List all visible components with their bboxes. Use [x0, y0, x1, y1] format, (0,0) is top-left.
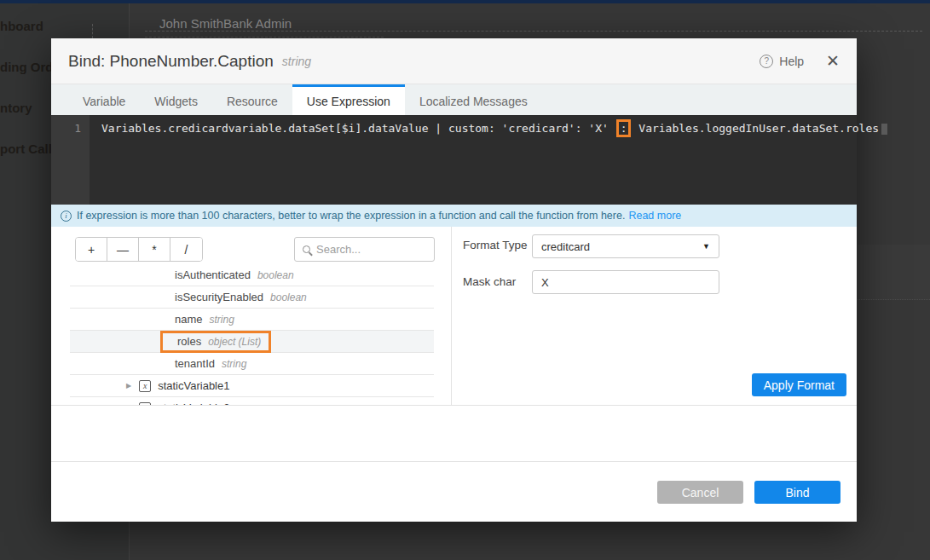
code-highlight-box: : [616, 119, 632, 137]
info-text: If expression is more than 100 character… [77, 210, 625, 222]
text-cursor [881, 124, 887, 135]
sidebar-item-dashboard: hboard [0, 19, 43, 33]
sidebar-item-inventory: ntory [0, 101, 32, 115]
operator-divide-button[interactable]: / [170, 238, 202, 261]
chevron-down-icon: ▼ [702, 242, 710, 251]
canvas-dashed-outline-2 [145, 37, 384, 38]
tree-row-type: boolean [270, 292, 307, 303]
operator-minus-button[interactable]: — [107, 238, 139, 261]
info-icon: i [61, 211, 72, 222]
tree-row-staticvariable1[interactable]: ▶xstaticVariable1 [70, 375, 434, 397]
expand-arrow-icon[interactable]: ▶ [126, 382, 131, 390]
variable-icon: x [139, 402, 151, 406]
tab-use-expression[interactable]: Use Expression [292, 84, 405, 115]
sidebar-item-support-calls: port Calls [0, 141, 59, 156]
tree-row-label: name [175, 313, 203, 326]
format-type-value: creditcard [541, 240, 590, 253]
tree-row-roles[interactable]: rolesobject (List) [70, 331, 434, 353]
tree-row-type: boolean [257, 269, 294, 281]
tree-row-label: isSecurityEnabled [175, 291, 263, 303]
operator-button-group: +—*/ [75, 237, 203, 262]
selected-node-orange-box: rolesobject (List) [160, 331, 271, 353]
dialog-tabs: VariableWidgetsResourceUse ExpressionLoc… [51, 84, 857, 115]
tree-row-label: staticVariable2 [158, 401, 229, 405]
tree-row-label: roles [177, 335, 201, 348]
tree-row-type: string [210, 314, 234, 326]
operator-multiply-button[interactable]: * [139, 238, 170, 261]
app-top-navbar [0, 0, 930, 3]
editor-gutter: 1 [51, 115, 90, 205]
tab-widgets[interactable]: Widgets [140, 84, 212, 115]
code-after: Variables.loggedInUser.dataSet.roles [632, 122, 879, 135]
tab-variable[interactable]: Variable [68, 84, 140, 115]
close-icon[interactable]: ✕ [826, 53, 840, 69]
help-label[interactable]: Help [779, 55, 804, 68]
dialog-footer: Cancel Bind [51, 461, 857, 522]
line-number: 1 [74, 122, 81, 135]
tree-row-label: isAuthenticated [175, 268, 251, 281]
canvas-dashed-outline-3 [92, 24, 93, 38]
dialog-header: Bind: PhoneNumber.Caption string ? Help … [51, 38, 857, 84]
mask-char-label: Mask char [463, 275, 516, 288]
variable-icon: x [139, 380, 151, 392]
canvas-dashed-outline [145, 31, 922, 32]
tree-row-staticvariable2[interactable]: ▶xstaticVariable2 [70, 397, 434, 405]
format-type-label: Format Type [463, 239, 528, 251]
tree-row-name[interactable]: namestring [70, 309, 434, 331]
expression-code-line[interactable]: Variables.credicardvariable.dataSet[$i].… [90, 115, 887, 205]
format-type-select[interactable]: creditcard ▼ [532, 234, 719, 258]
cancel-button[interactable]: Cancel [657, 481, 743, 504]
expression-info-banner: i If expression is more than 100 charact… [51, 205, 857, 227]
mask-char-input[interactable] [532, 270, 719, 294]
bind-button[interactable]: Bind [754, 481, 840, 504]
variables-panel: +—*/ isAuthenticatedbooleanisSecurityEna… [51, 227, 452, 405]
app-page-heading: John SmithBank Admin [159, 16, 292, 31]
search-input[interactable] [316, 243, 426, 256]
dialog-title: Bind: PhoneNumber.Caption [68, 52, 274, 71]
binding-panel: +—*/ isAuthenticatedbooleanisSecurityEna… [51, 227, 857, 406]
tree-row-isauthenticated[interactable]: isAuthenticatedboolean [70, 264, 434, 286]
read-more-link[interactable]: Read more [628, 210, 681, 222]
code-before: Variables.credicardvariable.dataSet[$i].… [101, 122, 615, 135]
tab-resource[interactable]: Resource [212, 84, 292, 115]
tree-row-issecurityenabled[interactable]: isSecurityEnabledboolean [70, 286, 434, 309]
expand-arrow-icon[interactable]: ▶ [126, 404, 131, 405]
apply-format-button[interactable]: Apply Format [752, 373, 846, 396]
format-panel: Format Type creditcard ▼ Mask char Apply… [452, 227, 857, 405]
help-icon[interactable]: ? [760, 55, 773, 68]
tree-row-label: staticVariable1 [158, 379, 229, 392]
expression-editor[interactable]: 1 Variables.credicardvariable.dataSet[$i… [51, 115, 857, 205]
search-box[interactable] [294, 237, 435, 262]
tree-row-label: tenantId [175, 357, 215, 370]
search-icon [303, 245, 310, 253]
tree-row-tenantid[interactable]: tenantIdstring [70, 353, 434, 375]
variables-tree: isAuthenticatedbooleanisSecurityEnabledb… [70, 264, 434, 405]
tree-row-type: object (List) [208, 336, 261, 348]
tab-localized-messages[interactable]: Localized Messages [405, 84, 542, 115]
operator-plus-button[interactable]: + [76, 238, 107, 261]
tree-row-type: string [222, 358, 246, 370]
canvas-widget-block [858, 245, 930, 300]
bind-dialog: Bind: PhoneNumber.Caption string ? Help … [51, 38, 857, 522]
dialog-title-type: string [282, 55, 311, 68]
